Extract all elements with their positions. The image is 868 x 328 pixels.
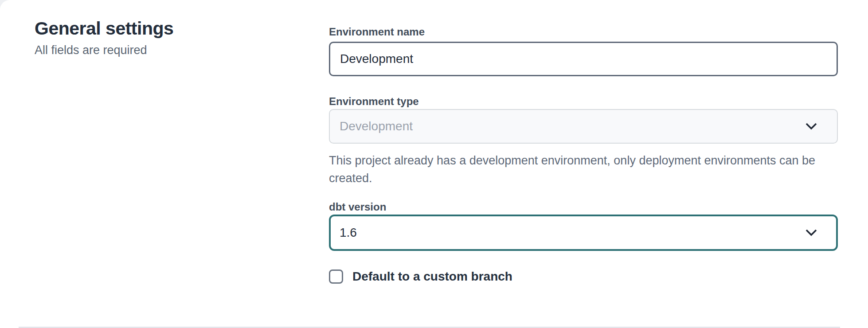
card-corner: [0, 0, 12, 12]
environment-name-label: Environment name: [329, 27, 838, 37]
environment-name-input[interactable]: [329, 42, 838, 76]
custom-branch-row[interactable]: Default to a custom branch: [329, 269, 838, 284]
environment-type-select[interactable]: Development: [329, 109, 838, 144]
section-intro: General settings All fields are required: [35, 18, 265, 58]
environment-type-label: Environment type: [329, 96, 838, 107]
chevron-down-icon: [805, 229, 817, 237]
settings-form: Environment name Environment type Develo…: [329, 27, 838, 284]
environment-settings-page: General settings All fields are required…: [0, 0, 868, 328]
custom-branch-label: Default to a custom branch: [352, 269, 512, 284]
chevron-down-icon: [805, 122, 817, 131]
page-subtitle: All fields are required: [35, 43, 265, 57]
custom-branch-checkbox[interactable]: [329, 269, 343, 284]
dbt-version-label: dbt version: [329, 202, 838, 212]
dbt-version-select[interactable]: 1.6: [329, 215, 838, 251]
page-title: General settings: [35, 18, 265, 39]
environment-type-helper-text: This project already has a development e…: [329, 152, 830, 187]
dbt-version-value: 1.6: [340, 226, 357, 240]
environment-type-value: Development: [340, 119, 413, 133]
